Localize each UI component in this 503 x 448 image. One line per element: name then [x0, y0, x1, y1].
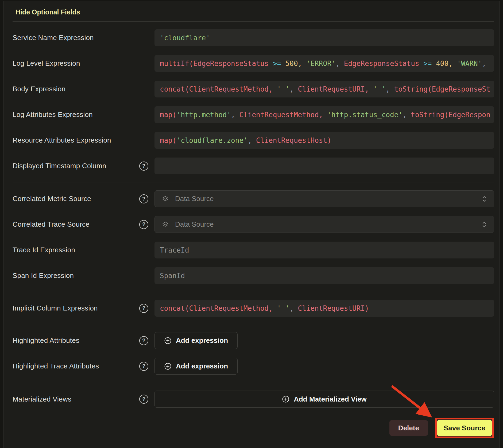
- row-span-id: Span Id Expression SpanId: [13, 267, 494, 284]
- plus-circle-icon: [164, 337, 172, 344]
- row-body-expression: Body Expression concat(ClientRequestMeth…: [13, 81, 494, 97]
- data-source-layers-icon: [162, 221, 169, 228]
- select-chevrons-icon: [482, 195, 487, 202]
- span-id-placeholder: SpanId: [160, 272, 185, 280]
- row-log-level: Log Level Expression multiIf(EdgeRespons…: [13, 55, 494, 72]
- log-attributes-input[interactable]: map('http.method', ClientRequestMethod, …: [154, 106, 494, 123]
- source-settings-panel: Hide Optional Fields Service Name Expres…: [3, 1, 500, 448]
- plus-circle-icon: [282, 395, 289, 403]
- log-level-label: Log Level Expression: [13, 59, 80, 68]
- save-source-button[interactable]: Save Source: [437, 420, 492, 436]
- correlated-metric-label: Correlated Metric Source: [13, 195, 91, 203]
- row-trace-id: Trace Id Expression TraceId: [13, 242, 494, 258]
- service-name-label: Service Name Expression: [13, 34, 94, 42]
- add-expression-label: Add expression: [176, 336, 228, 345]
- materialized-views-label: Materialized Views: [13, 395, 71, 403]
- highlighted-attributes-label: Highlighted Attributes: [13, 336, 79, 345]
- help-icon[interactable]: ?: [139, 362, 148, 371]
- divider: [13, 183, 494, 183]
- highlighted-trace-attributes-label: Highlighted Trace Attributes: [13, 362, 99, 370]
- footer-actions: Delete Save Source: [13, 418, 494, 438]
- help-icon[interactable]: ?: [139, 336, 148, 345]
- implicit-column-label: Implicit Column Expression: [13, 304, 98, 312]
- delete-button[interactable]: Delete: [389, 420, 428, 436]
- add-materialized-view-label: Add Materialized View: [294, 395, 367, 403]
- correlated-trace-label: Correlated Trace Source: [13, 220, 90, 229]
- divider: [13, 383, 494, 383]
- row-displayed-timestamp: Displayed Timestamp Column ?: [13, 158, 494, 174]
- help-icon[interactable]: ?: [139, 194, 148, 203]
- log-level-input[interactable]: multiIf(EdgeResponseStatus >= 500, 'ERRO…: [154, 55, 494, 72]
- save-source-annotation-box: Save Source: [435, 418, 494, 438]
- row-resource-attributes: Resource Attributes Expression map('clou…: [13, 132, 494, 149]
- log-attributes-label: Log Attributes Expression: [13, 111, 93, 119]
- row-log-attributes: Log Attributes Expression map('http.meth…: [13, 106, 494, 123]
- select-chevrons-icon: [482, 221, 487, 228]
- resource-attributes-label: Resource Attributes Expression: [13, 136, 111, 144]
- row-correlated-metric: Correlated Metric Source ? Data Source: [13, 190, 494, 207]
- add-expression-button[interactable]: Add expression: [154, 332, 238, 349]
- plus-circle-icon: [164, 363, 172, 370]
- trace-id-input[interactable]: TraceId: [154, 242, 494, 258]
- row-implicit-column: Implicit Column Expression ? concat(Clie…: [13, 300, 494, 317]
- trace-id-placeholder: TraceId: [160, 246, 189, 254]
- add-expression-label: Add expression: [176, 362, 228, 370]
- help-icon[interactable]: ?: [139, 304, 148, 313]
- displayed-timestamp-label: Displayed Timestamp Column: [13, 162, 106, 170]
- help-icon[interactable]: ?: [139, 220, 148, 229]
- row-highlighted-trace-attributes: Highlighted Trace Attributes ? Add expre…: [13, 358, 494, 375]
- row-materialized-views: Materialized Views ? Add Materialized Vi…: [13, 391, 494, 408]
- row-service-name: Service Name Expression 'cloudflare': [13, 29, 494, 46]
- add-materialized-view-button[interactable]: Add Materialized View: [154, 391, 494, 408]
- data-source-layers-icon: [162, 195, 169, 202]
- trace-id-label: Trace Id Expression: [13, 246, 75, 254]
- displayed-timestamp-input[interactable]: [154, 158, 494, 174]
- service-name-input[interactable]: 'cloudflare': [154, 29, 494, 46]
- correlated-metric-select[interactable]: Data Source: [154, 190, 494, 207]
- add-expression-button[interactable]: Add expression: [154, 358, 238, 375]
- divider: [13, 21, 494, 22]
- hide-optional-fields-link[interactable]: Hide Optional Fields: [16, 8, 80, 16]
- span-id-label: Span Id Expression: [13, 272, 74, 280]
- correlated-metric-placeholder: Data Source: [175, 195, 482, 203]
- correlated-trace-select[interactable]: Data Source: [154, 216, 494, 233]
- correlated-trace-placeholder: Data Source: [175, 220, 482, 229]
- row-highlighted-attributes: Highlighted Attributes ? Add expression: [13, 332, 494, 349]
- implicit-column-input[interactable]: concat(ClientRequestMethod, ' ', ClientR…: [154, 300, 494, 317]
- body-expression-label: Body Expression: [13, 85, 65, 93]
- row-correlated-trace: Correlated Trace Source ? Data Source: [13, 216, 494, 233]
- body-expression-input[interactable]: concat(ClientRequestMethod, ' ', ClientR…: [154, 81, 494, 97]
- resource-attributes-input[interactable]: map('cloudflare.zone', ClientRequestHost…: [154, 132, 494, 149]
- help-icon[interactable]: ?: [139, 162, 148, 171]
- help-icon[interactable]: ?: [139, 395, 148, 404]
- divider: [13, 292, 494, 292]
- span-id-input[interactable]: SpanId: [154, 267, 494, 284]
